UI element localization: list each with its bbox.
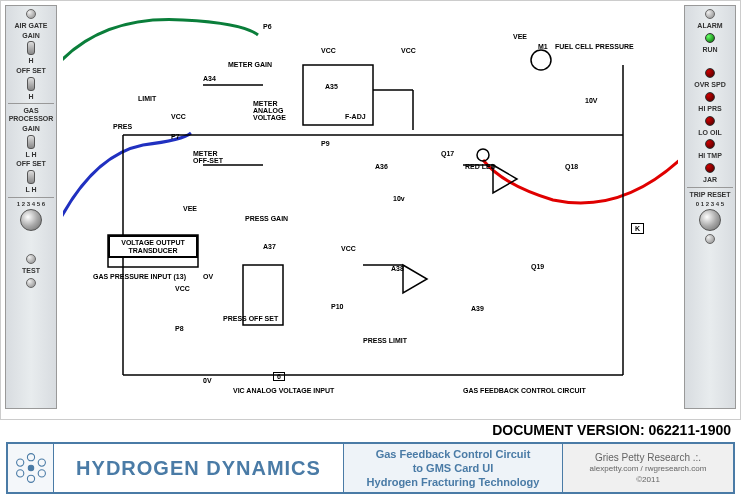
- selector-knob[interactable]: [20, 209, 42, 231]
- svg-point-4: [27, 454, 34, 461]
- zv-label: 0V: [203, 377, 212, 384]
- p7-label: P7: [171, 133, 180, 140]
- research-line: alexpetty.com / rwgresearch.com: [590, 464, 707, 474]
- pressgain-label: PRESS GAIN: [245, 215, 288, 222]
- alarm-label: ALARM: [685, 22, 735, 30]
- meteranalog-label: METER ANALOG VOLTAGE: [253, 100, 286, 121]
- main-diagram-area: AIR GATE GAIN H OFF SET H GAS PROCESSOR …: [0, 0, 741, 420]
- looil-label: LO OIL: [685, 129, 735, 137]
- scale-label: 1 2 3 4 5 6: [6, 201, 56, 208]
- divider: [687, 187, 733, 188]
- brand-cell: HYDROGEN DYNAMICS: [54, 444, 344, 492]
- desc-line: Hydrogen Fracturing Technology: [367, 475, 540, 489]
- run-label: RUN: [685, 46, 735, 54]
- hiprs-led-icon: [705, 92, 715, 102]
- svg-point-8: [16, 470, 23, 477]
- vcc-label: VCC: [171, 113, 186, 120]
- vicanalog-label: VIC ANALOG VOLTAGE INPUT: [233, 387, 334, 394]
- offset-toggle[interactable]: [27, 77, 35, 91]
- p6-label: P6: [263, 23, 272, 30]
- document-version: DOCUMENT VERSION: 062211-1900: [492, 422, 731, 438]
- test-jack[interactable]: [26, 254, 36, 264]
- ov-label: OV: [203, 273, 213, 280]
- offset2-toggle[interactable]: [27, 170, 35, 184]
- brand-title: HYDROGEN DYNAMICS: [76, 457, 321, 480]
- redled-label: RED LED: [465, 163, 496, 170]
- vot-box: VOLTAGE OUTPUT TRANSDUCER: [108, 235, 198, 258]
- gasfeedback-label: GAS FEEDBACK CONTROL CIRCUIT: [463, 387, 586, 394]
- six-label: 6: [273, 372, 285, 381]
- h-label: H: [6, 57, 56, 65]
- svg-point-10: [28, 465, 33, 470]
- screw-icon: [705, 234, 715, 244]
- q17-label: Q17: [441, 150, 454, 157]
- left-control-panel: AIR GATE GAIN H OFF SET H GAS PROCESSOR …: [5, 5, 57, 409]
- scale-label: 0 1 2 3 4 5: [685, 201, 735, 208]
- hydrogen-logo-icon: [13, 450, 49, 486]
- gain-label: GAIN: [6, 32, 56, 40]
- fadj-label: F-ADJ: [345, 113, 366, 120]
- airgate-label: AIR GATE: [6, 22, 56, 30]
- p9-label: P9: [321, 140, 330, 147]
- q18-label: Q18: [565, 163, 578, 170]
- offset-label: OFF SET: [6, 67, 56, 75]
- offset2-label: OFF SET: [6, 160, 56, 168]
- vee-label: VEE: [513, 33, 527, 40]
- m1-label: M1: [538, 43, 548, 50]
- gain2-label: GAIN: [6, 125, 56, 133]
- a36-label: A36: [375, 163, 388, 170]
- screw-icon: [705, 9, 715, 19]
- right-alarm-panel: ALARM RUN OVR SPD HI PRS LO OIL HI TMP J…: [684, 5, 736, 409]
- research-line: ©2011: [590, 475, 707, 485]
- research-cell: Gries Petty Research .:. alexpetty.com /…: [563, 444, 733, 492]
- screw-icon: [26, 9, 36, 19]
- gasprocessor-label: GAS PROCESSOR: [6, 107, 56, 122]
- gain-toggle[interactable]: [27, 41, 35, 55]
- vcc5-label: VCC: [341, 245, 356, 252]
- ovrspd-label: OVR SPD: [685, 81, 735, 89]
- desc-line: Gas Feedback Control Circuit: [367, 447, 540, 461]
- a34-label: A34: [203, 75, 216, 82]
- divider: [8, 103, 54, 104]
- vee2-label: VEE: [183, 205, 197, 212]
- run-led-icon: [705, 33, 715, 43]
- q19-label: Q19: [531, 263, 544, 270]
- jar-label: JAR: [685, 176, 735, 184]
- fuelcell-label: FUEL CELL PRESSURE: [555, 43, 634, 50]
- k-label: K: [631, 223, 644, 234]
- meteroffset-label: METER OFF-SET: [193, 150, 223, 164]
- tenv2-label: 10V: [585, 97, 597, 104]
- vcc4-label: VCC: [175, 285, 190, 292]
- a35-label: A35: [325, 83, 338, 90]
- screw-icon: [26, 278, 36, 288]
- hitmp-label: HI TMP: [685, 152, 735, 160]
- h-label: H: [6, 93, 56, 101]
- gain2-toggle[interactable]: [27, 135, 35, 149]
- svg-point-2: [531, 50, 551, 70]
- svg-point-7: [27, 475, 34, 482]
- pressoffset-label: PRESS OFF SET: [223, 315, 278, 322]
- looil-led-icon: [705, 116, 715, 126]
- pres-label: PRES: [113, 123, 132, 130]
- wire-overlay: [63, 5, 678, 409]
- a39-label: A39: [471, 305, 484, 312]
- ovrspd-led-icon: [705, 68, 715, 78]
- a38-label: A38: [391, 265, 404, 272]
- test-label: TEST: [6, 267, 56, 275]
- logo-cell: [8, 444, 54, 492]
- lh-label: L H: [6, 151, 56, 159]
- divider: [8, 197, 54, 198]
- p10-label: P10: [331, 303, 343, 310]
- description-cell: Gas Feedback Control Circuit to GMS Card…: [344, 444, 563, 492]
- footer-bar: HYDROGEN DYNAMICS Gas Feedback Control C…: [6, 442, 735, 494]
- limit-label: LIMIT: [138, 95, 156, 102]
- tripreset-label: TRIP RESET: [685, 191, 735, 199]
- svg-point-3: [477, 149, 489, 161]
- hitmp-led-icon: [705, 139, 715, 149]
- presslimit-label: PRESS LIMIT: [363, 337, 407, 344]
- jar-led-icon: [705, 163, 715, 173]
- tripreset-knob[interactable]: [699, 209, 721, 231]
- svg-point-5: [38, 459, 45, 466]
- svg-point-6: [38, 470, 45, 477]
- vcc2-label: VCC: [321, 47, 336, 54]
